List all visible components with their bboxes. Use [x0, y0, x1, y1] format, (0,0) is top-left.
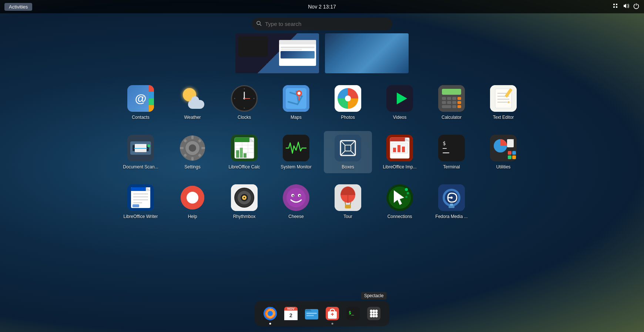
app-item-clocks[interactable]: Clocks [220, 81, 268, 124]
svg-point-127 [286, 188, 306, 207]
lowriter-label: LibreOffice Writer [124, 214, 158, 219]
svg-rect-138 [345, 205, 351, 208]
dock: NOV 2 $_ [255, 301, 389, 326]
svg-point-148 [450, 197, 453, 199]
appgrid-tooltip: Spectacle [361, 292, 387, 299]
svg-rect-71 [240, 148, 243, 158]
svg-point-153 [268, 311, 273, 316]
app-item-weather[interactable]: Weather [168, 81, 217, 124]
svg-rect-30 [452, 101, 456, 104]
dock-item-terminal[interactable]: $_ [343, 304, 363, 323]
dock-item-files[interactable] [302, 304, 321, 323]
utilities-icon [490, 135, 517, 161]
settings-icon [179, 135, 206, 161]
activities-button[interactable]: Activities [4, 3, 32, 11]
svg-rect-76 [335, 135, 361, 161]
svg-rect-56 [201, 147, 205, 149]
svg-text:$: $ [443, 140, 446, 146]
help-icon [179, 184, 206, 211]
svg-line-5 [260, 24, 262, 26]
svg-point-174 [373, 312, 375, 315]
docscanner-label: Document Scan... [123, 164, 158, 170]
localc-label: LibreOffice Calc [228, 164, 260, 170]
svg-rect-150 [450, 204, 453, 206]
app-item-photos[interactable]: Photos [324, 81, 372, 124]
svg-point-19 [345, 95, 351, 101]
app-item-calculator[interactable]: Calculator [427, 81, 476, 124]
app-item-contacts[interactable]: @ Contacts [117, 81, 165, 124]
app-item-tour[interactable]: Tour [324, 181, 372, 223]
clock-display: Nov 2 13:17 [308, 4, 336, 10]
network-icon[interactable] [612, 3, 619, 11]
tour-label: Tour [343, 214, 352, 219]
svg-rect-26 [452, 97, 456, 100]
app-item-utilities[interactable]: Utilities [479, 131, 527, 173]
app-item-terminal[interactable]: _ $ Terminal [427, 131, 476, 173]
fedoramedia-label: Fedora Media ... [435, 214, 467, 219]
svg-text:$_: $_ [349, 310, 354, 316]
app-item-help[interactable]: Help [168, 181, 217, 223]
app-item-texteditor[interactable]: Text Editor [479, 81, 527, 124]
svg-rect-53 [191, 135, 194, 139]
svg-rect-1 [616, 4, 617, 5]
boxes-icon [335, 135, 361, 161]
svg-point-49 [147, 144, 150, 147]
app-item-localc[interactable]: LibreOffice Calc [220, 131, 268, 173]
loimpress-label: LibreOffice Imp... [383, 164, 416, 170]
window-thumbnail-1[interactable] [235, 33, 320, 74]
power-icon[interactable] [633, 3, 640, 11]
svg-point-143 [407, 192, 409, 194]
dock-item-firefox[interactable] [261, 304, 280, 323]
svg-point-118 [187, 192, 198, 203]
rhythmbox-icon [231, 184, 258, 211]
svg-rect-96 [443, 152, 449, 153]
svg-point-177 [373, 315, 375, 318]
app-item-loimpress[interactable]: LibreOffice Imp... [376, 131, 424, 173]
connections-label: Connections [388, 214, 412, 219]
svg-point-171 [373, 310, 375, 312]
videos-label: Videos [393, 115, 406, 120]
volume-icon[interactable] [623, 3, 629, 11]
svg-point-12 [244, 108, 245, 109]
app-item-lowriter[interactable]: LibreOffice Writer [117, 181, 165, 223]
app-item-rhythmbox[interactable]: Rhythmbox [220, 181, 268, 223]
dock-item-software[interactable] [323, 304, 342, 323]
svg-point-131 [299, 195, 301, 197]
cheese-icon [283, 184, 309, 211]
svg-point-142 [405, 188, 408, 191]
svg-point-124 [244, 197, 245, 198]
videos-icon [386, 85, 413, 112]
svg-point-11 [254, 98, 255, 99]
maps-icon [283, 85, 309, 112]
app-item-boxes[interactable]: Boxes [324, 131, 372, 173]
svg-rect-72 [244, 153, 246, 158]
dock-item-appgrid[interactable]: Spectacle [364, 304, 383, 323]
firefox-dot [269, 323, 271, 325]
svg-rect-89 [398, 145, 400, 152]
clocks-label: Clocks [238, 115, 251, 120]
search-input[interactable] [252, 18, 392, 30]
app-item-maps[interactable]: Maps [272, 81, 320, 124]
app-item-connections[interactable]: Connections [376, 181, 424, 223]
app-item-videos[interactable]: Videos [376, 81, 424, 124]
app-item-docscanner[interactable]: Document Scan... [117, 131, 165, 173]
svg-rect-102 [512, 155, 516, 159]
photos-label: Photos [341, 115, 355, 120]
svg-point-4 [257, 21, 260, 24]
svg-rect-27 [457, 97, 461, 100]
app-item-cheese[interactable]: Cheese [272, 181, 320, 223]
app-item-settings[interactable]: Settings [168, 131, 217, 173]
svg-rect-0 [613, 4, 615, 5]
svg-rect-2 [613, 6, 615, 8]
window-thumbnail-2[interactable] [324, 33, 409, 74]
contacts-icon: @ [127, 85, 154, 112]
svg-rect-161 [306, 313, 317, 314]
search-icon [256, 20, 262, 27]
app-item-fedoramedia[interactable]: Fedora Media ... [427, 181, 476, 223]
svg-point-130 [292, 195, 294, 197]
svg-rect-33 [452, 105, 456, 108]
app-item-sysmonitor[interactable]: System Monitor [272, 131, 320, 173]
svg-rect-54 [191, 157, 194, 161]
dock-item-calendar[interactable]: NOV 2 [281, 304, 301, 323]
topbar: Activities Nov 2 13:17 [0, 0, 644, 13]
